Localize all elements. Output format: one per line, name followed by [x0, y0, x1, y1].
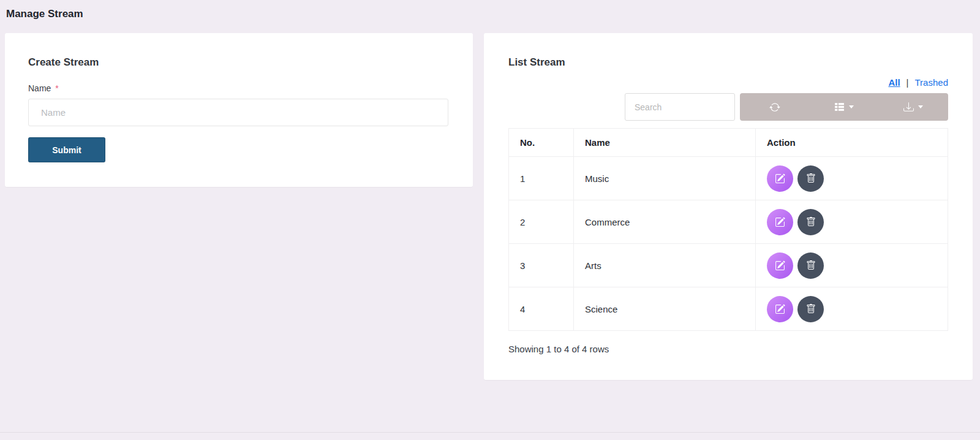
edit-button[interactable]	[767, 252, 793, 279]
table-header-row: No. Name Action	[509, 129, 948, 157]
table-row: 1 Music	[509, 157, 948, 200]
stream-name-cell: Arts	[574, 244, 756, 287]
stream-name-cell: Music	[574, 157, 756, 200]
table-body: 1 Music 2 Commerce	[509, 157, 948, 331]
delete-button[interactable]	[797, 165, 824, 192]
action-buttons	[767, 165, 937, 192]
action-buttons	[767, 209, 937, 235]
stream-table: No. Name Action 1 Music	[508, 128, 948, 331]
table-toolbar	[508, 93, 948, 121]
filter-all-link[interactable]: All	[888, 77, 900, 88]
name-input[interactable]	[28, 99, 448, 126]
create-stream-title: Create Stream	[28, 56, 448, 69]
row-number-cell: 3	[509, 244, 574, 287]
header-name: Name	[574, 129, 756, 157]
create-stream-card: Create Stream Name * Submit	[5, 33, 473, 187]
table-summary: Showing 1 to 4 of 4 rows	[508, 344, 948, 354]
header-action: Action	[756, 129, 948, 157]
trash-icon	[806, 260, 816, 270]
edit-icon	[775, 173, 785, 184]
export-icon	[903, 102, 914, 112]
delete-button[interactable]	[797, 209, 824, 235]
delete-button[interactable]	[797, 252, 824, 279]
edit-button[interactable]	[767, 209, 793, 235]
toolbar-button-group	[740, 93, 948, 121]
name-label-text: Name	[28, 83, 51, 93]
filter-separator: |	[907, 77, 909, 88]
action-cell	[756, 200, 948, 244]
edit-icon	[775, 260, 785, 271]
table-row: 2 Commerce	[509, 200, 948, 244]
search-input[interactable]	[625, 93, 735, 121]
action-buttons	[767, 252, 937, 279]
stream-name-cell: Commerce	[574, 200, 756, 244]
header-no: No.	[509, 129, 574, 157]
filter-links: All | Trashed	[508, 77, 948, 88]
submit-button[interactable]: Submit	[28, 137, 105, 162]
refresh-icon	[769, 102, 780, 113]
row-number-cell: 4	[509, 287, 574, 331]
columns-button[interactable]	[809, 93, 878, 121]
cards-row: Create Stream Name * Submit List Stream …	[5, 33, 973, 380]
action-buttons	[767, 296, 937, 322]
action-cell	[756, 157, 948, 200]
required-asterisk: *	[55, 83, 58, 93]
edit-button[interactable]	[767, 296, 793, 322]
table-row: 4 Science	[509, 287, 948, 331]
chevron-down-icon	[918, 105, 923, 108]
refresh-button[interactable]	[740, 93, 809, 121]
chevron-down-icon	[849, 105, 854, 108]
columns-icon	[834, 102, 845, 112]
row-number-cell: 1	[509, 157, 574, 200]
delete-button[interactable]	[797, 296, 824, 322]
edit-icon	[775, 304, 785, 314]
action-cell	[756, 287, 948, 331]
stream-name-cell: Science	[574, 287, 756, 331]
table-row: 3 Arts	[509, 244, 948, 287]
export-button[interactable]	[879, 93, 948, 121]
edit-icon	[775, 217, 785, 227]
row-number-cell: 2	[509, 200, 574, 244]
page-title: Manage Stream	[0, 0, 980, 21]
trash-icon	[806, 173, 816, 183]
footer-divider	[0, 432, 980, 440]
trash-icon	[806, 217, 816, 227]
trash-icon	[806, 304, 816, 314]
edit-button[interactable]	[767, 165, 793, 192]
list-stream-title: List Stream	[508, 56, 948, 69]
name-label: Name *	[28, 83, 448, 93]
filter-trashed-link[interactable]: Trashed	[915, 77, 948, 88]
action-cell	[756, 244, 948, 287]
list-stream-card: List Stream All | Trashed	[484, 33, 973, 380]
